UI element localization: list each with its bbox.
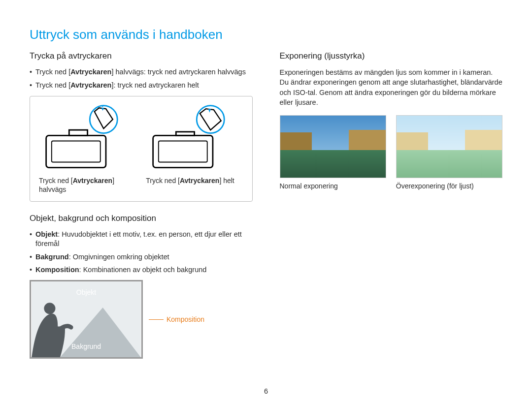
shutter-figure-box: Tryck ned [Avtryckaren] halvvägs Tryck n… [30,96,253,201]
text-fragment: ]: tryck ned avtryckaren helt [111,81,199,89]
camera-halfpress-icon [39,103,136,172]
svg-point-11 [44,303,55,314]
photo-overexposed [396,115,502,178]
page-title: Uttryck som används i handboken [30,27,502,42]
exposure-photo-row: Normal exponering Överexponering (för lj… [280,115,503,190]
camera-fullpress-icon [146,103,243,172]
composition-bullet-composition: Komposition: Kombinationen av objekt och… [30,265,253,275]
composition-heading: Objekt, bakgrund och komposition [30,214,253,223]
shutter-figure-full: Tryck ned [Avtryckaren] helt [146,103,243,194]
label-composition: Komposition [166,315,204,323]
text-fragment: Tryck ned [ [35,81,70,89]
text-fragment-bold: Avtryckaren [70,81,111,89]
photo-normal-block: Normal exponering [280,115,386,190]
photo-normal [280,115,386,178]
text-fragment: Tryck ned [ [39,177,73,185]
text-fragment: : Kombinationen av objekt och bakgrund [79,266,207,274]
label-subject: Objekt [76,288,96,296]
text-fragment-bold: Objekt [35,230,58,238]
section-exposure: Exponering (ljusstyrka) Exponeringen bes… [280,51,503,190]
text-fragment-bold: Avtryckaren [70,68,111,76]
svg-rect-2 [69,130,87,135]
right-column: Exponering (ljusstyrka) Exponeringen bes… [280,51,503,370]
shutter-bullet-full: Tryck ned [Avtryckaren]: tryck ned avtry… [30,81,253,91]
composition-figure-wrap: Objekt Bakgrund Komposition [30,280,253,359]
photo-over-block: Överexponering (för ljust) [396,115,502,190]
text-fragment: Tryck ned [ [35,68,70,76]
label-composition-wrap: Komposition [149,315,204,324]
text-fragment-bold: Bakgrund [35,253,69,261]
text-fragment-bold: Avtryckaren [73,177,112,185]
composition-bullet-object: Objekt: Huvudobjektet i ett motiv, t.ex.… [30,230,253,249]
svg-rect-1 [52,141,100,162]
text-fragment: : Omgivningen omkring objektet [69,253,169,261]
shutter-figure-halfway: Tryck ned [Avtryckaren] halvvägs [39,103,136,194]
text-fragment: : Huvudobjektet i ett motiv, t.ex. en pe… [35,230,242,248]
text-fragment: ] helt [219,177,234,185]
text-fragment-bold: Komposition [35,266,79,274]
left-column: Trycka på avtryckaren Tryck ned [Avtryck… [30,51,253,370]
composition-figure: Objekt Bakgrund [30,280,143,359]
shutter-fig2-caption: Tryck ned [Avtryckaren] helt [146,176,243,185]
shutter-bullet-halfway: Tryck ned [Avtryckaren] halvvägs: tryck … [30,67,253,77]
exposure-heading: Exponering (ljusstyrka) [280,51,503,61]
exposure-paragraph: Exponeringen bestäms av mängden ljus som… [280,67,503,107]
shutter-heading: Trycka på avtryckaren [30,51,253,61]
label-background: Bakgrund [71,342,101,350]
shutter-fig1-caption: Tryck ned [Avtryckaren] halvvägs [39,176,136,194]
section-shutter: Trycka på avtryckaren Tryck ned [Avtryck… [30,51,253,202]
text-fragment-bold: Avtryckaren [180,177,219,185]
svg-rect-6 [159,141,207,162]
leader-line-icon [149,319,164,320]
text-fragment: ] halvvägs: tryck ned avtryckaren halvvä… [111,68,245,76]
composition-bullet-background: Bakgrund: Omgivningen omkring objektet [30,252,253,262]
page-number: 6 [264,387,268,395]
two-column-layout: Trycka på avtryckaren Tryck ned [Avtryck… [30,51,502,370]
text-fragment: Tryck ned [ [146,177,180,185]
caption-overexposed: Överexponering (för ljust) [396,182,502,190]
caption-normal: Normal exponering [280,182,386,190]
section-composition: Objekt, bakgrund och komposition Objekt:… [30,214,253,359]
svg-rect-7 [176,132,195,135]
